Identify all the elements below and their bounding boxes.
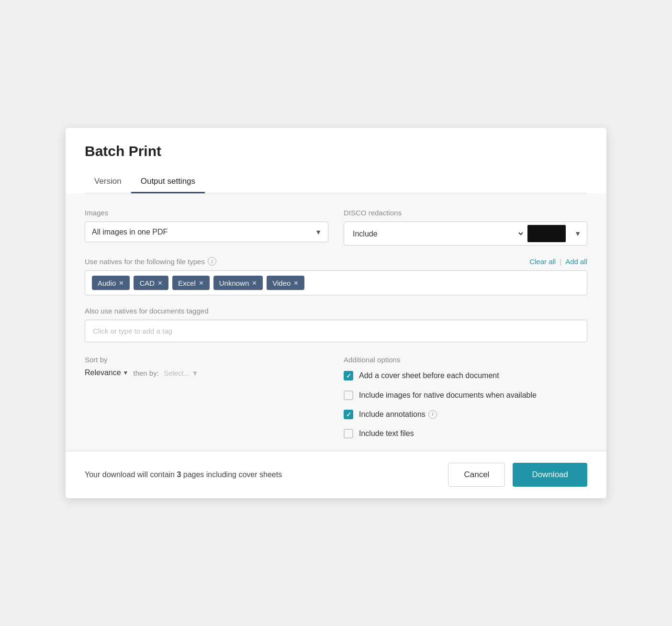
tabs: Version Output settings (85, 171, 587, 193)
footer-message: Your download will contain 3 pages inclu… (85, 470, 282, 479)
checkbox-include-images: Include images for native documents when… (344, 390, 587, 401)
sort-section: Sort by Relevance ▼ then by: Select... ▼ (85, 356, 328, 439)
tag-unknown-remove[interactable]: ✕ (252, 279, 257, 287)
sort-dropdown-arrow: ▼ (123, 369, 129, 376)
checkbox-include-annotations: Include annotations i (344, 409, 587, 420)
tag-excel-remove[interactable]: ✕ (199, 279, 204, 287)
footer-buttons: Cancel Download (448, 463, 587, 487)
modal-header: Batch Print Version Output settings (66, 128, 606, 193)
tab-output-settings[interactable]: Output settings (131, 171, 205, 193)
batch-print-modal: Batch Print Version Output settings Imag… (66, 128, 606, 498)
link-divider: | (560, 257, 561, 266)
add-all-button[interactable]: Add all (565, 257, 587, 266)
then-by-label: then by: (134, 369, 159, 377)
include-annotations-checkbox[interactable] (344, 410, 353, 419)
disco-label: DISCO redactions (344, 209, 587, 217)
disco-select-wrapper[interactable]: Include ▼ (344, 222, 587, 246)
annotations-info-icon: i (428, 410, 437, 419)
images-select-wrapper: All images in one PDF ▼ (85, 222, 328, 242)
file-types-tags-box: Audio ✕ CAD ✕ Excel ✕ Unknown ✕ Video (85, 270, 587, 295)
modal-body: Images All images in one PDF ▼ DISCO red… (66, 193, 606, 451)
disco-color-swatch (527, 225, 566, 242)
tag-cad: CAD ✕ (134, 276, 168, 290)
bottom-section: Sort by Relevance ▼ then by: Select... ▼… (85, 356, 587, 439)
sort-then-by-dropdown[interactable]: Select... ▼ (164, 369, 199, 377)
disco-arrow: ▼ (569, 230, 587, 237)
file-types-section: Use natives for the following file types… (85, 257, 587, 295)
tag-unknown: Unknown ✕ (213, 276, 263, 290)
sort-then-by-arrow: ▼ (191, 369, 199, 377)
tag-cad-remove[interactable]: ✕ (157, 279, 163, 287)
disco-group: DISCO redactions Include ▼ (344, 209, 587, 246)
cover-sheet-label: Add a cover sheet before each document (359, 370, 499, 381)
checkbox-include-text: Include text files (344, 428, 587, 439)
tag-input-box[interactable]: Click or type to add a tag (85, 320, 587, 342)
checkbox-cover-sheet: Add a cover sheet before each document (344, 370, 587, 381)
images-label: Images (85, 209, 328, 217)
file-types-label: Use natives for the following file types… (85, 257, 216, 266)
include-text-checkbox[interactable] (344, 429, 353, 438)
sort-controls: Relevance ▼ then by: Select... ▼ (85, 369, 328, 377)
clear-all-button[interactable]: Clear all (529, 257, 556, 266)
modal-title: Batch Print (85, 143, 587, 159)
include-annotations-label: Include annotations i (359, 409, 437, 420)
file-types-info-icon: i (208, 257, 216, 266)
cover-sheet-checkbox[interactable] (344, 371, 353, 380)
file-types-header: Use natives for the following file types… (85, 257, 587, 266)
sort-relevance-dropdown[interactable]: Relevance ▼ (85, 369, 129, 377)
also-use-section: Also use natives for documents tagged Cl… (85, 307, 587, 342)
tab-version[interactable]: Version (85, 171, 131, 193)
additional-options-section: Additional options Add a cover sheet bef… (344, 356, 587, 439)
tag-excel: Excel ✕ (172, 276, 210, 290)
disco-select[interactable]: Include (344, 224, 525, 244)
modal-footer: Your download will contain 3 pages inclu… (66, 451, 606, 498)
clear-add-links: Clear all | Add all (529, 257, 587, 266)
images-select[interactable]: All images in one PDF (85, 222, 328, 242)
tag-video-remove[interactable]: ✕ (293, 279, 299, 287)
download-button[interactable]: Download (513, 463, 587, 487)
sort-label: Sort by (85, 356, 328, 364)
top-row: Images All images in one PDF ▼ DISCO red… (85, 209, 587, 246)
tag-audio-remove[interactable]: ✕ (119, 279, 124, 287)
include-text-label: Include text files (359, 428, 414, 439)
cancel-button[interactable]: Cancel (448, 463, 505, 487)
page-count: 3 (177, 470, 181, 479)
images-group: Images All images in one PDF ▼ (85, 209, 328, 246)
additional-options-label: Additional options (344, 356, 587, 364)
include-images-checkbox[interactable] (344, 391, 353, 400)
also-use-label: Also use natives for documents tagged (85, 307, 587, 315)
include-images-label: Include images for native documents when… (359, 390, 537, 401)
tag-video: Video ✕ (267, 276, 304, 290)
tag-audio: Audio ✕ (92, 276, 130, 290)
